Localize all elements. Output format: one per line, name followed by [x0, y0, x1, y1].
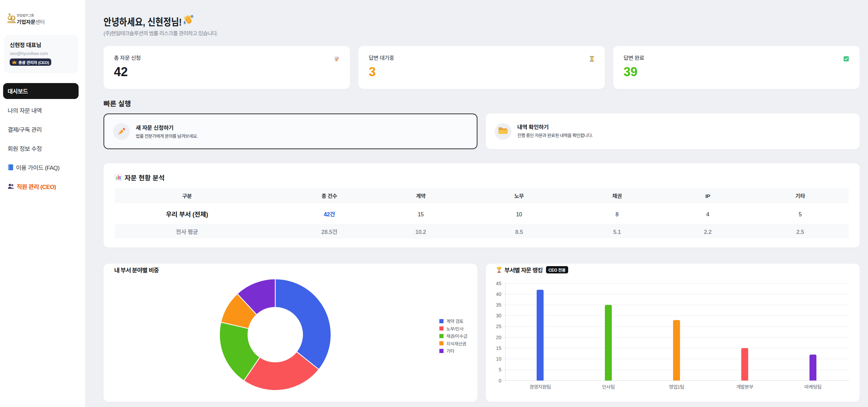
- svg-text:0: 0: [499, 378, 501, 383]
- svg-text:인사팀: 인사팀: [602, 384, 615, 390]
- svg-text:5: 5: [499, 367, 501, 372]
- svg-text:경영지원팀: 경영지원팀: [529, 384, 551, 390]
- svg-text:30: 30: [496, 313, 501, 318]
- svg-text:개발본부: 개발본부: [736, 384, 753, 390]
- svg-text:10: 10: [496, 356, 501, 362]
- svg-text:영업1팀: 영업1팀: [669, 384, 684, 390]
- svg-text:45: 45: [496, 281, 501, 286]
- svg-text:15: 15: [496, 345, 501, 351]
- svg-text:마케팅팀: 마케팅팀: [804, 384, 822, 390]
- svg-text:40: 40: [496, 291, 501, 297]
- svg-text:35: 35: [496, 302, 501, 308]
- svg-text:20: 20: [496, 335, 501, 340]
- svg-text:25: 25: [496, 324, 501, 329]
